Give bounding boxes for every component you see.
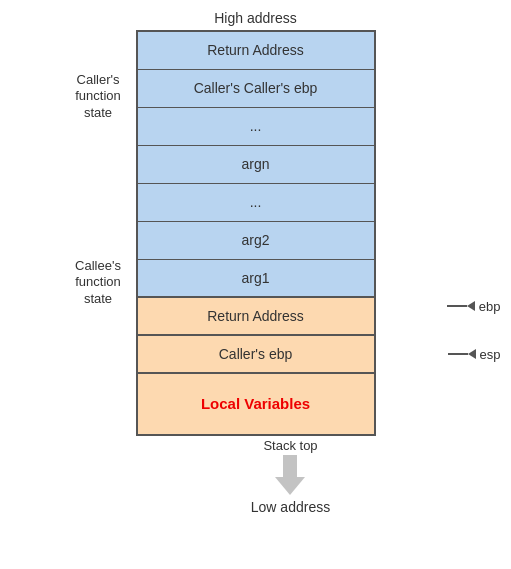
arrow-shaft xyxy=(283,455,297,477)
stack-top-label: Stack top xyxy=(263,438,317,453)
ebp-text: ebp xyxy=(479,299,501,314)
down-arrow xyxy=(275,455,305,495)
cell-callers-callers-ebp: Caller's Caller's ebp xyxy=(138,70,374,108)
cell-argn: argn xyxy=(138,146,374,184)
bottom-area: Stack top Low address xyxy=(251,438,330,515)
cell-local-variables: Local Variables xyxy=(138,374,374,434)
cell-ellipsis-top: ... xyxy=(138,108,374,146)
cell-callers-ebp: Caller's ebp xyxy=(138,336,374,374)
esp-label: esp xyxy=(448,347,501,362)
cell-arg2: arg2 xyxy=(138,222,374,260)
callers-function-state-label: Caller'sfunctionstate xyxy=(66,72,131,123)
ebp-arrow xyxy=(447,300,475,312)
cell-return-address-bottom: Return Address xyxy=(138,298,374,336)
local-variables-text: Local Variables xyxy=(201,395,310,412)
cell-ellipsis-mid: ... xyxy=(138,184,374,222)
arrow-head xyxy=(275,477,305,495)
stack-column: Return Address Caller's Caller's ebp ...… xyxy=(136,30,376,436)
callees-function-state-label: Callee'sfunctionstate xyxy=(66,258,131,309)
low-address-label: Low address xyxy=(251,499,330,515)
high-address-label: High address xyxy=(214,10,297,26)
esp-arrow xyxy=(448,348,476,360)
ebp-label: ebp xyxy=(447,299,501,314)
stack-diagram: High address Caller'sfunctionstate Calle… xyxy=(16,10,496,560)
cell-return-address-top: Return Address xyxy=(138,32,374,70)
esp-text: esp xyxy=(480,347,501,362)
cell-arg1: arg1 xyxy=(138,260,374,298)
